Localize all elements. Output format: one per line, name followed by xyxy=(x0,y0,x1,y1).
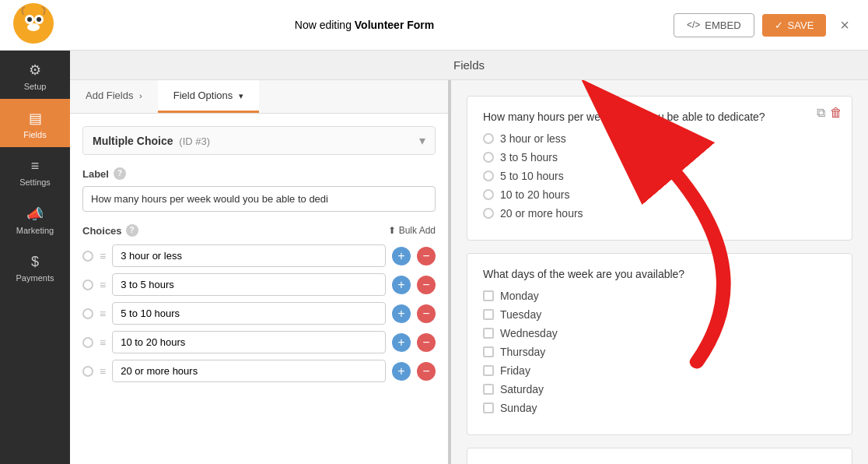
choice-add-0[interactable]: + xyxy=(392,247,411,265)
checkbox-wednesday xyxy=(483,328,494,339)
label-row: Label ? xyxy=(82,167,436,180)
form-card-hours-actions: ⧉ 🗑 xyxy=(817,106,842,120)
main-layout: ⚙ Setup ▤ Fields ≡ Settings 📣 Marketing … xyxy=(0,51,868,464)
payments-icon: $ xyxy=(31,254,39,270)
option-3-hour-or-less: 3 hour or less xyxy=(483,132,836,145)
tab-field-options[interactable]: Field Options ▾ xyxy=(158,80,259,113)
option-20-or-more: 20 or more hours xyxy=(483,207,836,220)
choice-radio-0 xyxy=(82,251,93,262)
left-panel-body: Multiple Choice (ID #3) ▾ Label ? xyxy=(70,114,448,464)
svg-point-5 xyxy=(27,23,40,31)
choice-remove-1[interactable]: − xyxy=(417,276,436,294)
choice-remove-3[interactable]: − xyxy=(417,333,436,352)
choice-radio-2 xyxy=(82,308,93,319)
choice-radio-1 xyxy=(82,279,93,290)
drag-handle-2[interactable]: ≡ xyxy=(100,308,106,320)
radio-5-to-10 xyxy=(483,170,494,181)
choice-input-2[interactable] xyxy=(112,302,386,325)
option-5-to-10: 5 to 10 hours xyxy=(483,170,836,182)
sidebar-item-marketing[interactable]: 📣 Marketing xyxy=(0,195,70,243)
choice-remove-4[interactable]: − xyxy=(417,362,436,381)
choice-row-1: ≡ + − xyxy=(82,273,436,296)
tab-bar: Add Fields › Field Options ▾ xyxy=(70,80,448,114)
choices-header: Choices ? ⬆ Bulk Add xyxy=(82,224,436,237)
form-card-hours-title: How many hours per week would you be abl… xyxy=(483,111,836,123)
checkbox-thursday xyxy=(483,346,494,357)
drag-handle-3[interactable]: ≡ xyxy=(100,336,106,349)
label-help-icon[interactable]: ? xyxy=(114,167,126,180)
choice-remove-0[interactable]: − xyxy=(417,247,436,265)
sidebar-item-payments[interactable]: $ Payments xyxy=(0,243,70,290)
choice-row-3: ≡ + − xyxy=(82,331,436,353)
drag-handle-4[interactable]: ≡ xyxy=(100,365,106,378)
option-friday: Friday xyxy=(483,364,836,377)
right-panel: ⧉ 🗑 How many hours per week would you be… xyxy=(451,80,868,464)
drag-handle-1[interactable]: ≡ xyxy=(100,279,106,291)
choice-remove-2[interactable]: − xyxy=(417,304,436,323)
sidebar: ⚙ Setup ▤ Fields ≡ Settings 📣 Marketing … xyxy=(0,51,70,464)
sidebar-item-setup[interactable]: ⚙ Setup xyxy=(0,51,70,99)
panel-split: Add Fields › Field Options ▾ Multiple Ch… xyxy=(70,80,868,464)
option-3-to-5: 3 to 5 hours xyxy=(483,151,836,163)
choice-radio-3 xyxy=(82,337,93,348)
label-input[interactable] xyxy=(82,186,436,212)
checkbox-tuesday xyxy=(483,309,494,320)
tab-add-fields[interactable]: Add Fields › xyxy=(70,80,158,113)
sidebar-item-settings[interactable]: ≡ Settings xyxy=(0,147,70,195)
choice-add-3[interactable]: + xyxy=(392,333,411,352)
drag-handle-0[interactable]: ≡ xyxy=(100,250,106,262)
form-card-experiences: Please list any relevant experiences you… xyxy=(467,448,852,464)
option-10-to-20: 10 to 20 hours xyxy=(483,188,836,201)
choice-add-4[interactable]: + xyxy=(392,362,411,381)
checkbox-saturday xyxy=(483,384,494,395)
fields-header: Fields xyxy=(70,51,868,80)
option-saturday: Saturday xyxy=(483,383,836,395)
form-card-days-title: What days of the week are you available? xyxy=(483,268,836,280)
form-card-days: What days of the week are you available?… xyxy=(467,253,852,435)
field-type-selector[interactable]: Multiple Choice (ID #3) ▾ xyxy=(82,126,436,155)
sidebar-item-fields[interactable]: ▤ Fields xyxy=(0,99,70,147)
delete-button-hours[interactable]: 🗑 xyxy=(830,106,842,120)
choices-label: Choices ? xyxy=(82,224,138,237)
chevron-down-icon: ▾ xyxy=(239,91,243,100)
radio-3-to-5 xyxy=(483,152,494,163)
left-panel: Add Fields › Field Options ▾ Multiple Ch… xyxy=(70,80,451,464)
choice-input-3[interactable] xyxy=(112,331,386,353)
logo xyxy=(12,2,55,47)
form-card-hours: ⧉ 🗑 How many hours per week would you be… xyxy=(467,96,852,241)
chevron-right-icon: › xyxy=(139,91,142,100)
top-bar-actions: </> EMBED ✓ SAVE × xyxy=(674,13,856,37)
bulk-add-button[interactable]: ⬆ Bulk Add xyxy=(388,225,436,236)
choice-input-1[interactable] xyxy=(112,273,386,296)
chevron-down-icon-selector: ▾ xyxy=(419,133,425,148)
choices-help-icon[interactable]: ? xyxy=(126,224,138,237)
copy-button-hours[interactable]: ⧉ xyxy=(817,106,825,120)
checkmark-icon: ✓ xyxy=(775,19,783,31)
upload-icon: ⬆ xyxy=(388,225,396,236)
choice-input-4[interactable] xyxy=(112,360,386,382)
save-button[interactable]: ✓ SAVE xyxy=(762,14,827,37)
radio-10-to-20 xyxy=(483,189,494,200)
field-type-label: Multiple Choice (ID #3) xyxy=(93,135,210,147)
option-tuesday: Tuesday xyxy=(483,308,836,321)
embed-button[interactable]: </> EMBED xyxy=(674,13,754,37)
editing-title: Now editing Volunteer Form xyxy=(295,19,434,31)
field-id: (ID #3) xyxy=(179,135,210,147)
checkbox-monday xyxy=(483,290,494,301)
checkbox-friday xyxy=(483,365,494,376)
radio-3-hour xyxy=(483,133,494,144)
radio-20-or-more xyxy=(483,208,494,219)
close-button[interactable]: × xyxy=(834,13,856,37)
svg-point-4 xyxy=(37,17,41,22)
option-sunday: Sunday xyxy=(483,402,836,414)
option-monday: Monday xyxy=(483,290,836,302)
choice-input-0[interactable] xyxy=(112,244,386,267)
choice-add-1[interactable]: + xyxy=(392,276,411,294)
svg-point-3 xyxy=(27,17,32,22)
embed-code-icon: </> xyxy=(687,19,700,30)
choice-row-2: ≡ + − xyxy=(82,302,436,325)
content-area: Fields Add Fields › Field Options ▾ xyxy=(70,51,868,464)
top-bar: Now editing Volunteer Form </> EMBED ✓ S… xyxy=(0,0,868,51)
choice-add-2[interactable]: + xyxy=(392,304,411,323)
fields-icon: ▤ xyxy=(29,110,42,127)
